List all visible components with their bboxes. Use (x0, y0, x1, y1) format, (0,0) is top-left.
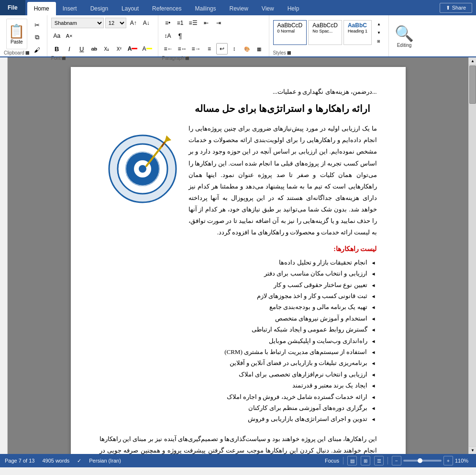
font-size-select[interactable]: 12 (105, 18, 126, 28)
document-scroll[interactable]: ...درضمن، هزینه‌های نگهداری و عملیات... … (8, 57, 468, 454)
list-item: برنامه‌ریزی تبلیغات و بازاریابی در فضای … (100, 357, 377, 368)
editing-label: Editing (397, 43, 412, 48)
zoom-out-button[interactable]: − (392, 456, 401, 465)
numbering-button[interactable]: ≡1 (175, 17, 186, 29)
view-read-button[interactable]: ☰ (374, 456, 384, 465)
tab-home[interactable]: Home (27, 2, 56, 15)
align-left-button[interactable]: ≡← (162, 43, 175, 55)
language: Persian (Iran) (89, 458, 121, 464)
superscript-button[interactable]: X² (113, 43, 125, 55)
scroll-down-button[interactable]: ▼ (469, 446, 476, 454)
font-expand-icon[interactable]: ⬛ (62, 56, 66, 60)
list-title: لیست راهکارها: (100, 245, 377, 253)
svg-marker-9 (165, 135, 171, 142)
clipboard-group: 📋 Paste Clipboard ⬛ ✂ ⧉ 🖌 (0, 15, 47, 56)
editing-group: 🔍 Editing (389, 15, 420, 56)
page-info: Page 7 of 13 (5, 458, 34, 464)
zoom-in-button[interactable]: + (443, 456, 453, 465)
sort-button[interactable]: ↕A (162, 30, 174, 42)
bold-button[interactable]: B (51, 43, 63, 55)
styles-expand-icon[interactable]: ⬛ (287, 51, 291, 55)
doc-footer-text: این راهکارها، مبنای این پروژه خواهند بود… (100, 433, 377, 454)
check-icon: ✓ (77, 458, 81, 464)
style-normal[interactable]: AaBbCcD 0 Normal (273, 20, 307, 45)
clear-format-button[interactable]: A✕ (64, 30, 75, 42)
tab-references[interactable]: References (145, 2, 188, 15)
tab-help[interactable]: Help (281, 2, 306, 15)
tab-design[interactable]: Design (84, 2, 115, 15)
tab-mailings[interactable]: Mailings (188, 2, 222, 15)
highlight-button[interactable]: A (140, 43, 154, 55)
rtl-button[interactable]: ↩ (216, 43, 228, 55)
font-group-label: Font ⬛ (51, 55, 154, 61)
tab-insert[interactable]: Insert (56, 2, 84, 15)
file-tab[interactable]: File (0, 0, 25, 15)
styles-scroll-up[interactable]: ▲ (373, 20, 385, 28)
styles-group: AaBbCcD 0 Normal AaBbCcD No Spac... AaBb… (269, 15, 389, 56)
share-button[interactable]: ⬆ Share (440, 3, 472, 13)
zoom-slider[interactable] (403, 460, 442, 462)
scroll-thumb[interactable] (469, 66, 476, 104)
doc-heading: ارائه راهکارها و استراتژی‌ها برای حل مسا… (188, 103, 377, 114)
font-grow-button[interactable]: A↑ (128, 17, 139, 29)
clipboard-expand-icon[interactable]: ⬛ (25, 51, 30, 55)
border-button[interactable]: ▦ (254, 43, 265, 55)
view-print-button[interactable]: ▤ (347, 456, 357, 465)
text-color-button[interactable]: A (126, 43, 140, 55)
list-item: راه‌اندازی وب‌سایت و اپلیکیشن موبایل (100, 335, 377, 346)
list-item: تهیه یک برنامه مالی و بودجه‌بندی جامع (100, 301, 377, 312)
subscript-button[interactable]: X₂ (101, 43, 112, 55)
font-shrink-button[interactable]: A↓ (141, 17, 152, 29)
target-svg (104, 127, 181, 203)
top-bar: File Home Insert Design Layout Reference… (0, 0, 476, 15)
styles-scroll-down[interactable]: ▼ (373, 29, 385, 36)
share-icon: ⬆ (446, 5, 450, 11)
tab-layout[interactable]: Layout (115, 2, 145, 15)
indent-inc-button[interactable]: ⇥ (213, 17, 224, 29)
italic-button[interactable]: I (64, 43, 75, 55)
view-web-button[interactable]: ⊞ (361, 456, 370, 465)
style-heading1[interactable]: AaBbC Heading 1 (343, 20, 372, 45)
case-button[interactable]: Aa (51, 30, 63, 42)
scroll-up-button[interactable]: ▲ (469, 57, 476, 65)
tab-view[interactable]: View (255, 2, 281, 15)
tab-bar: Home Insert Design Layout References Mai… (25, 0, 440, 15)
list-item: برگزاری دوره‌های آموزشی منظم برای کارکنا… (100, 402, 377, 413)
multi-list-button[interactable]: ≡☰ (187, 17, 199, 29)
list-item: تعیین نوع ساختار حقوقی کسب و کار (100, 279, 377, 290)
doc-section-text: ارائه راهکارها و استراتژی‌ها برای حل مسا… (188, 103, 377, 238)
zoom-bar: − + 110% (392, 456, 471, 465)
styles-group-label: Styles ⬛ (273, 49, 385, 55)
strikethrough-button[interactable]: ab (89, 43, 100, 55)
align-right-button[interactable]: ≡→ (190, 43, 203, 55)
align-center-button[interactable]: ≡↔ (176, 43, 189, 55)
format-painter-button[interactable]: 🖌 (32, 44, 43, 55)
ribbon: 📋 Paste Clipboard ⬛ ✂ ⧉ 🖌 Shabnam 12 (0, 15, 476, 57)
style-no-space[interactable]: AaBbCcD No Spac... (308, 20, 342, 45)
font-name-select[interactable]: Shabnam (51, 18, 104, 28)
styles-expand[interactable]: ⊞ (373, 37, 385, 45)
paste-button[interactable]: 📋 Paste (6, 19, 27, 49)
word-count: 4905 words (42, 458, 69, 464)
list-item: تدوین و اجرای استراتژی‌های بازاریابی و ف… (100, 413, 377, 424)
copy-button[interactable]: ⧉ (32, 32, 43, 43)
cut-button[interactable]: ✂ (32, 19, 43, 31)
show-formatting-button[interactable]: ¶ (175, 30, 186, 42)
justify-button[interactable]: ≡ (204, 43, 215, 55)
indent-dec-button[interactable]: ⇤ (200, 17, 212, 29)
doc-body-text: ما یک ارزیابی اولیه در مورد پیش‌نیازهای … (188, 123, 377, 238)
bullets-button[interactable]: ≡• (162, 17, 174, 29)
vertical-scrollbar[interactable]: ▲ ▼ (468, 57, 476, 454)
proofing-status: ✓ (77, 458, 81, 464)
paragraph-expand-icon[interactable]: ⬛ (185, 56, 189, 60)
document-page: ...درضمن، هزینه‌های نگهداری و عملیات... … (71, 67, 406, 454)
svg-point-7 (139, 165, 146, 173)
line-spacing-button[interactable]: ↕ (229, 43, 240, 55)
status-left: Page 7 of 13 4905 words ✓ Persian (Iran) (5, 458, 315, 464)
underline-button[interactable]: U (76, 43, 88, 55)
shading-button[interactable]: 🎨 (241, 43, 253, 55)
document-list: انجام تحقیقات بازار و تحلیل داده‌ها ارزی… (100, 257, 377, 425)
list-item: ثبت قانونی کسب و کار و اخذ مجوزهای لازم (100, 290, 377, 301)
tab-review[interactable]: Review (222, 2, 255, 15)
styles-gallery: AaBbCcD 0 Normal AaBbCcD No Spac... AaBb… (273, 17, 385, 45)
